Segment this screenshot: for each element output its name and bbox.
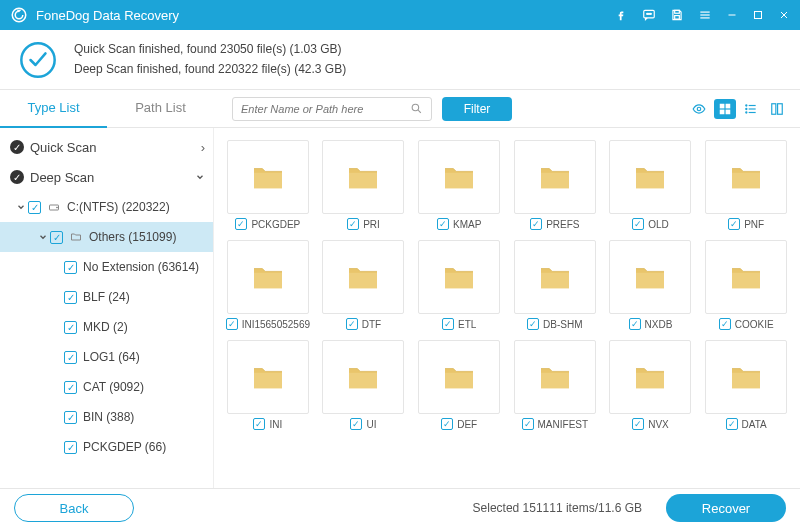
- grid-item[interactable]: ✓COOKIE: [702, 240, 790, 330]
- sidebar-label: C:(NTFS) (220322): [67, 200, 205, 214]
- checkbox[interactable]: ✓: [726, 418, 738, 430]
- checkbox[interactable]: ✓: [235, 218, 247, 230]
- back-button[interactable]: Back: [14, 494, 134, 522]
- grid-item[interactable]: ✓DTF: [320, 240, 408, 330]
- checkbox[interactable]: ✓: [719, 318, 731, 330]
- svg-point-17: [697, 107, 701, 111]
- detail-view-icon[interactable]: [766, 99, 788, 119]
- preview-toggle-icon[interactable]: [688, 99, 710, 119]
- grid-item[interactable]: ✓PCKGDEP: [224, 140, 312, 230]
- sidebar-deep-scan[interactable]: ✓ Deep Scan: [0, 162, 213, 192]
- deep-scan-status: Deep Scan finished, found 220322 file(s)…: [74, 60, 346, 79]
- grid-item[interactable]: ✓ETL: [415, 240, 503, 330]
- checkbox[interactable]: ✓: [728, 218, 740, 230]
- checkbox[interactable]: ✓: [350, 418, 362, 430]
- search-icon[interactable]: [410, 102, 423, 115]
- checkbox[interactable]: ✓: [530, 218, 542, 230]
- checkbox[interactable]: ✓: [522, 418, 534, 430]
- search-box[interactable]: [232, 97, 432, 121]
- close-icon[interactable]: [778, 8, 790, 22]
- svg-rect-49: [732, 373, 760, 388]
- checkbox[interactable]: ✓: [64, 441, 77, 454]
- sidebar-quick-scan[interactable]: ✓ Quick Scan ›: [0, 132, 213, 162]
- grid-item[interactable]: ✓DEF: [415, 340, 503, 430]
- search-input[interactable]: [241, 103, 410, 115]
- checkbox[interactable]: ✓: [28, 201, 41, 214]
- sidebar-item[interactable]: ✓LOG1 (64): [0, 342, 213, 372]
- folder-icon: [538, 163, 572, 191]
- folder-icon: [346, 363, 380, 391]
- tab-path-list[interactable]: Path List: [107, 90, 214, 128]
- folder-icon: [538, 263, 572, 291]
- menu-icon[interactable]: [698, 8, 712, 22]
- checkbox[interactable]: ✓: [64, 291, 77, 304]
- feedback-icon[interactable]: [642, 8, 656, 22]
- list-view-icon[interactable]: [740, 99, 762, 119]
- filter-button[interactable]: Filter: [442, 97, 512, 121]
- grid-item[interactable]: ✓PNF: [702, 140, 790, 230]
- grid-item[interactable]: ✓MANIFEST: [511, 340, 599, 430]
- folder-thumbnail: [609, 240, 691, 314]
- checkbox[interactable]: ✓: [64, 321, 77, 334]
- grid-item[interactable]: ✓KMAP: [415, 140, 503, 230]
- quick-scan-status: Quick Scan finished, found 23050 file(s)…: [74, 40, 346, 59]
- footer: Back Selected 151111 items/11.6 GB Recov…: [0, 488, 800, 527]
- grid-view-icon[interactable]: [714, 99, 736, 119]
- sidebar-item[interactable]: ✓No Extension (63614): [0, 252, 213, 282]
- grid-item[interactable]: ✓DATA: [702, 340, 790, 430]
- sidebar-item[interactable]: ✓MKD (2): [0, 312, 213, 342]
- chevron-right-icon: ›: [201, 140, 205, 155]
- sidebar-drive[interactable]: ✓ C:(NTFS) (220322): [0, 192, 213, 222]
- checkbox[interactable]: ✓: [347, 218, 359, 230]
- tab-type-list[interactable]: Type List: [0, 90, 107, 128]
- recover-button[interactable]: Recover: [666, 494, 786, 522]
- svg-rect-36: [636, 173, 664, 188]
- checkbox[interactable]: ✓: [629, 318, 641, 330]
- checkbox[interactable]: ✓: [64, 381, 77, 394]
- grid-item[interactable]: ✓UI: [320, 340, 408, 430]
- checkbox[interactable]: ✓: [527, 318, 539, 330]
- facebook-icon[interactable]: [614, 8, 628, 22]
- checkbox[interactable]: ✓: [253, 418, 265, 430]
- folder-thumbnail: [705, 240, 787, 314]
- maximize-icon[interactable]: [752, 8, 764, 22]
- sidebar-label: LOG1 (64): [83, 350, 205, 364]
- minimize-icon[interactable]: [726, 8, 738, 22]
- checkbox[interactable]: ✓: [632, 218, 644, 230]
- list-tabs: Type List Path List: [0, 90, 214, 128]
- folder-thumbnail: [227, 140, 309, 214]
- item-caption: INI: [269, 419, 282, 430]
- svg-rect-11: [755, 12, 762, 19]
- item-caption: COOKIE: [735, 319, 774, 330]
- grid-item[interactable]: ✓PREFS: [511, 140, 599, 230]
- grid-item[interactable]: ✓NVX: [607, 340, 695, 430]
- sidebar-item[interactable]: ✓CAT (9092): [0, 372, 213, 402]
- scan-status: Quick Scan finished, found 23050 file(s)…: [0, 30, 800, 90]
- checkbox[interactable]: ✓: [632, 418, 644, 430]
- grid-item[interactable]: ✓INI1565052569: [224, 240, 312, 330]
- checkbox[interactable]: ✓: [64, 411, 77, 424]
- checkbox[interactable]: ✓: [441, 418, 453, 430]
- item-caption: DATA: [742, 419, 767, 430]
- folder-thumbnail: [227, 340, 309, 414]
- grid-item[interactable]: ✓INI: [224, 340, 312, 430]
- checkbox[interactable]: ✓: [50, 231, 63, 244]
- grid-item[interactable]: ✓DB-SHM: [511, 240, 599, 330]
- checkbox[interactable]: ✓: [226, 318, 238, 330]
- sidebar-item[interactable]: ✓BLF (24): [0, 282, 213, 312]
- checkbox[interactable]: ✓: [442, 318, 454, 330]
- grid-item[interactable]: ✓OLD: [607, 140, 695, 230]
- checkbox[interactable]: ✓: [346, 318, 358, 330]
- sidebar-others[interactable]: ✓ Others (151099): [0, 222, 213, 252]
- sidebar-item[interactable]: ✓BIN (388): [0, 402, 213, 432]
- sidebar-item[interactable]: ✓PCKGDEP (66): [0, 432, 213, 462]
- folder-thumbnail: [418, 240, 500, 314]
- grid-item[interactable]: ✓NXDB: [607, 240, 695, 330]
- grid-item[interactable]: ✓PRI: [320, 140, 408, 230]
- checkbox[interactable]: ✓: [64, 351, 77, 364]
- item-caption: DB-SHM: [543, 319, 582, 330]
- svg-rect-44: [254, 373, 282, 388]
- save-icon[interactable]: [670, 8, 684, 22]
- checkbox[interactable]: ✓: [64, 261, 77, 274]
- checkbox[interactable]: ✓: [437, 218, 449, 230]
